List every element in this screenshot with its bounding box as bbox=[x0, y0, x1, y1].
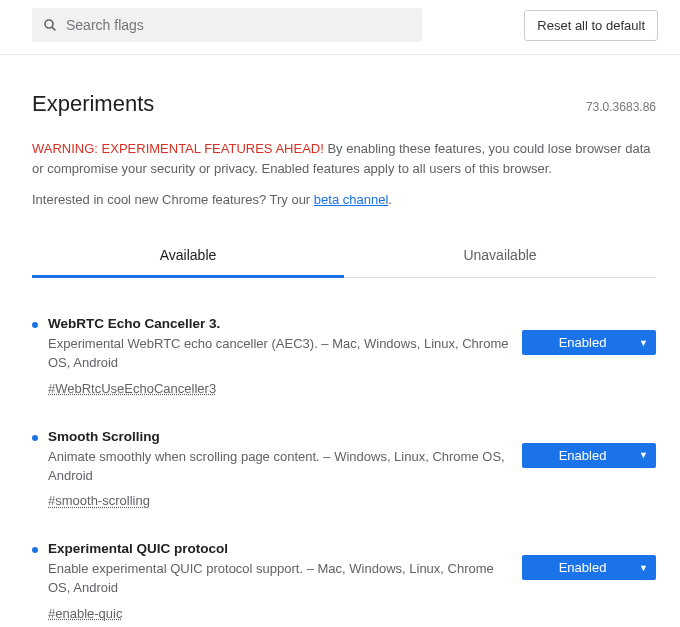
flag-select-wrap: Enabled ▼ bbox=[522, 555, 656, 580]
flag-title: Experimental QUIC protocol bbox=[48, 541, 510, 556]
content: Experiments 73.0.3683.86 WARNING: EXPERI… bbox=[0, 55, 680, 627]
reset-all-button[interactable]: Reset all to default bbox=[524, 10, 658, 41]
flag-select[interactable]: Enabled ▼ bbox=[522, 330, 656, 355]
flag-title: Smooth Scrolling bbox=[48, 429, 510, 444]
tab-unavailable[interactable]: Unavailable bbox=[344, 235, 656, 277]
flag-title: WebRTC Echo Canceller 3. bbox=[48, 316, 510, 331]
page-title: Experiments bbox=[32, 91, 154, 117]
search-box[interactable] bbox=[32, 8, 422, 42]
status-dot-icon bbox=[32, 322, 38, 328]
chevron-down-icon: ▼ bbox=[639, 450, 648, 460]
flag-select-value: Enabled bbox=[536, 560, 629, 575]
chevron-down-icon: ▼ bbox=[639, 563, 648, 573]
svg-line-1 bbox=[52, 27, 55, 30]
flag-hash-link[interactable]: #WebRtcUseEchoCanceller3 bbox=[48, 381, 216, 396]
flag-hash-link[interactable]: #enable-quic bbox=[48, 606, 122, 621]
flag-item: Experimental QUIC protocol Enable experi… bbox=[32, 527, 656, 627]
topbar: Reset all to default bbox=[0, 0, 680, 55]
flag-select[interactable]: Enabled ▼ bbox=[522, 443, 656, 468]
interest-line: Interested in cool new Chrome features? … bbox=[32, 192, 656, 207]
flag-body: Experimental QUIC protocol Enable experi… bbox=[48, 541, 522, 622]
beta-channel-link[interactable]: beta channel bbox=[314, 192, 388, 207]
warning-block: WARNING: EXPERIMENTAL FEATURES AHEAD! By… bbox=[32, 139, 656, 178]
flags-list: WebRTC Echo Canceller 3. Experimental We… bbox=[32, 278, 656, 627]
tab-available[interactable]: Available bbox=[32, 235, 344, 278]
flag-select-value: Enabled bbox=[536, 448, 629, 463]
interest-suffix: . bbox=[388, 192, 392, 207]
flag-body: Smooth Scrolling Animate smoothly when s… bbox=[48, 429, 522, 510]
flag-desc: Enable experimental QUIC protocol suppor… bbox=[48, 560, 510, 598]
status-dot-icon bbox=[32, 435, 38, 441]
flag-select[interactable]: Enabled ▼ bbox=[522, 555, 656, 580]
tabs: Available Unavailable bbox=[32, 235, 656, 278]
svg-point-0 bbox=[45, 20, 53, 28]
flag-item: WebRTC Echo Canceller 3. Experimental We… bbox=[32, 302, 656, 415]
chevron-down-icon: ▼ bbox=[639, 338, 648, 348]
interest-prefix: Interested in cool new Chrome features? … bbox=[32, 192, 314, 207]
version-text: 73.0.3683.86 bbox=[586, 100, 656, 114]
search-input[interactable] bbox=[66, 17, 412, 33]
flag-desc: Experimental WebRTC echo canceller (AEC3… bbox=[48, 335, 510, 373]
flag-select-wrap: Enabled ▼ bbox=[522, 443, 656, 468]
flag-hash-link[interactable]: #smooth-scrolling bbox=[48, 493, 150, 508]
flag-select-wrap: Enabled ▼ bbox=[522, 330, 656, 355]
flag-item: Smooth Scrolling Animate smoothly when s… bbox=[32, 415, 656, 528]
warning-bold: WARNING: EXPERIMENTAL FEATURES AHEAD! bbox=[32, 141, 324, 156]
flag-body: WebRTC Echo Canceller 3. Experimental We… bbox=[48, 316, 522, 397]
heading-row: Experiments 73.0.3683.86 bbox=[32, 91, 656, 117]
flag-select-value: Enabled bbox=[536, 335, 629, 350]
search-icon bbox=[42, 17, 58, 33]
status-dot-icon bbox=[32, 547, 38, 553]
flag-desc: Animate smoothly when scrolling page con… bbox=[48, 448, 510, 486]
